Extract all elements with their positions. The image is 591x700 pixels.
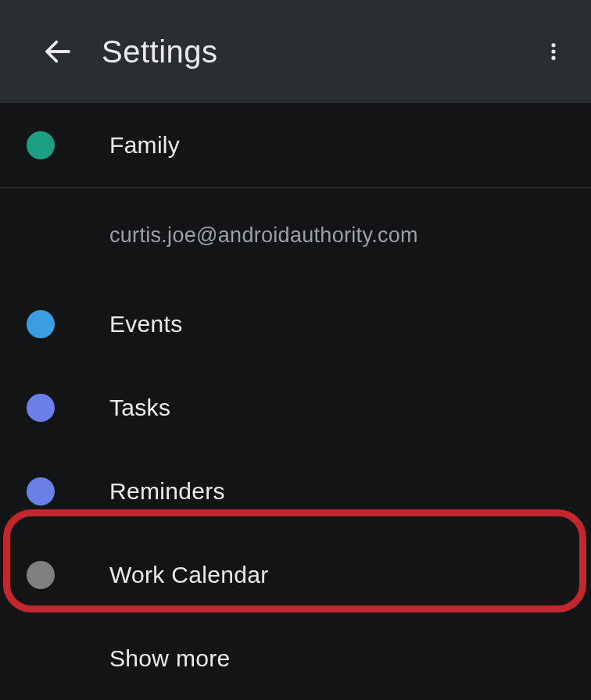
more-options-button[interactable]	[535, 33, 572, 70]
calendar-item-label: Reminders	[109, 478, 225, 505]
calendar-item-label: Tasks	[109, 395, 170, 421]
calendar-item-events[interactable]: Events	[0, 282, 591, 366]
color-indicator	[27, 131, 55, 159]
settings-list: Family curtis.joe@androidauthority.com E…	[0, 103, 591, 700]
more-vert-icon	[543, 41, 564, 62]
back-button[interactable]	[38, 31, 78, 72]
calendar-item-label: Events	[109, 311, 183, 338]
calendar-item-reminders[interactable]: Reminders	[0, 449, 591, 533]
arrow-back-icon	[41, 35, 74, 68]
svg-point-0	[551, 43, 555, 47]
account-email: curtis.joe@androidauthority.com	[0, 188, 591, 282]
show-more-label: Show more	[109, 645, 230, 672]
show-more-button[interactable]: Show more	[0, 616, 591, 700]
calendar-item-label: Family	[109, 132, 180, 159]
color-indicator	[27, 310, 55, 338]
color-indicator	[27, 394, 55, 422]
page-title: Settings	[102, 34, 218, 70]
svg-point-2	[551, 56, 555, 60]
calendar-item-family[interactable]: Family	[0, 103, 591, 188]
calendar-item-work-calendar[interactable]: Work Calendar	[0, 533, 591, 616]
calendar-item-tasks[interactable]: Tasks	[0, 366, 591, 449]
color-indicator	[27, 561, 55, 589]
app-header: Settings	[0, 0, 591, 103]
color-indicator	[27, 477, 55, 505]
calendar-item-label: Work Calendar	[109, 562, 268, 588]
svg-point-1	[551, 49, 555, 53]
